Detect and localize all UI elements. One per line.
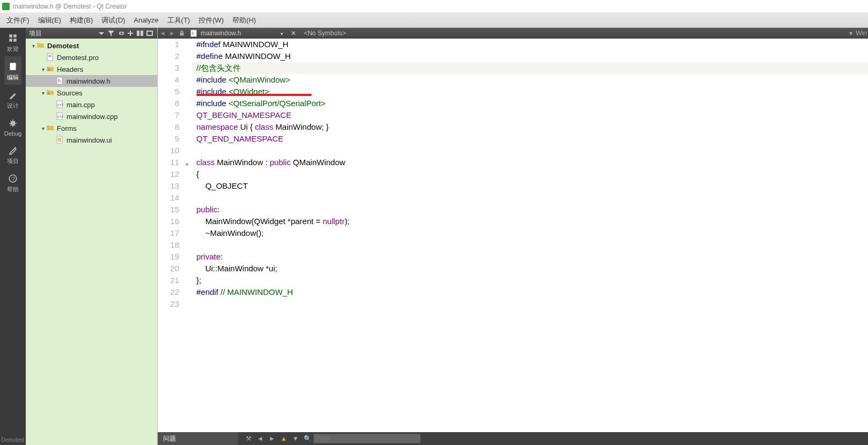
prev-issue-icon[interactable]: ◄ <box>254 433 266 444</box>
tree-item-label: mainwindow.cpp <box>67 113 117 121</box>
menu-item[interactable]: 构建(B) <box>65 13 97 28</box>
menu-item[interactable]: 帮助(H) <box>228 13 260 28</box>
svg-rect-10 <box>48 56 52 57</box>
menu-item[interactable]: Analyze <box>129 13 163 28</box>
svg-text:h: h <box>58 78 61 84</box>
code-line[interactable]: #define MAINWINDOW_H <box>192 50 868 62</box>
svg-rect-2 <box>9 39 12 42</box>
editor-tab-close-icon[interactable]: ✕ <box>288 29 299 37</box>
problems-label[interactable]: 问题 <box>158 432 238 445</box>
project-panel-title: 项目 <box>29 29 96 38</box>
mode-项目[interactable]: 项目 <box>4 140 21 168</box>
next-issue-icon[interactable]: ► <box>266 433 278 444</box>
svg-text:h: h <box>192 31 194 36</box>
add-icon[interactable] <box>126 29 135 38</box>
code-line[interactable]: #endif // MAINWINDOW_H <box>192 286 868 298</box>
code-line[interactable]: Ui::MainWindow *ui; <box>192 263 868 275</box>
code-line[interactable]: #include <QMainWindow> <box>192 74 868 86</box>
code-line[interactable]: namespace Ui { class MainWindow; } <box>192 121 868 133</box>
tree-item[interactable]: ▾Demotest <box>26 40 157 51</box>
tree-item-label: Demotest.pro <box>57 54 99 62</box>
mode-帮助[interactable]: ?帮助 <box>4 168 21 197</box>
line-ending-label[interactable]: Win <box>855 29 868 37</box>
svg-rect-4 <box>10 63 16 70</box>
tree-item[interactable]: mainwindow.ui <box>26 134 157 146</box>
menu-item[interactable]: 工具(T) <box>163 13 195 28</box>
code-line[interactable] <box>192 145 868 157</box>
code-editor[interactable]: 1234567891011121314151617181920212223 ▾ … <box>158 39 868 432</box>
mode-设计[interactable]: 设计 <box>4 85 21 113</box>
code-line[interactable]: QT_END_NAMESPACE <box>192 133 868 145</box>
encoding-dropdown-icon[interactable]: ▾ <box>847 29 855 37</box>
code-line[interactable]: MainWindow(QWidget *parent = nullptr); <box>192 216 868 227</box>
filter-icon[interactable] <box>107 29 115 38</box>
svg-rect-9 <box>48 55 52 56</box>
svg-text:c++: c++ <box>57 103 64 107</box>
code-line[interactable]: QT_BEGIN_NAMESPACE <box>192 109 868 121</box>
nav-back-icon[interactable]: ◄ <box>158 29 167 37</box>
filter-toggle-icon[interactable]: ▼ <box>290 433 301 444</box>
symbol-selector[interactable]: <No Symbols> <box>299 29 346 37</box>
editor-tab[interactable]: h mainwindow.h <box>187 29 275 37</box>
code-line[interactable]: ~MainWindow(); <box>192 227 868 239</box>
editor-area: ◄ ► h mainwindow.h ✕ <No Symbols> ▾ Win … <box>158 28 868 445</box>
window-titlebar: mainwindow.h @ Demotest - Qt Creator <box>0 0 868 13</box>
menu-item[interactable]: 调试(D) <box>97 13 129 28</box>
tree-item[interactable]: hmainwindow.h <box>26 75 157 87</box>
code-line[interactable]: //包含头文件 <box>192 62 868 74</box>
build-icon[interactable]: ⚒ <box>242 433 254 444</box>
tree-item[interactable]: ▾cSources <box>26 87 157 99</box>
svg-text:h: h <box>48 67 50 72</box>
mode-编辑[interactable]: 编辑 <box>4 56 21 85</box>
editor-tabbar: ◄ ► h mainwindow.h ✕ <No Symbols> ▾ Win <box>158 28 868 39</box>
mode-Debug[interactable]: Debug <box>4 113 21 140</box>
svg-rect-0 <box>9 34 12 38</box>
search-icon: 🔍 <box>301 433 313 444</box>
code-line[interactable] <box>192 298 868 310</box>
nav-fwd-icon[interactable]: ► <box>167 29 177 37</box>
tree-item[interactable]: c++main.cpp <box>26 99 157 110</box>
app-icon <box>2 3 10 10</box>
link-icon[interactable] <box>116 29 125 38</box>
menu-item[interactable]: 编辑(E) <box>34 13 65 28</box>
problems-filter-input[interactable] <box>313 434 421 443</box>
chevron-down-icon[interactable] <box>97 29 106 38</box>
fold-icon[interactable]: ▾ <box>186 159 188 170</box>
code-line[interactable]: private: <box>192 251 868 263</box>
project-tree[interactable]: ▾DemotestDemotest.pro▾hHeadershmainwindo… <box>26 39 157 445</box>
menu-bar: 文件(F)编辑(E)构建(B)调试(D)Analyze工具(T)控件(W)帮助(… <box>0 13 868 28</box>
mode-欢迎[interactable]: 欢迎 <box>4 28 21 56</box>
svg-rect-3 <box>13 39 17 42</box>
tree-item-label: main.cpp <box>67 101 95 109</box>
tree-item[interactable]: ▾Forms <box>26 122 157 134</box>
tree-item[interactable]: c++mainwindow.cpp <box>26 110 157 122</box>
code-line[interactable]: #ifndef MAINWINDOW_H <box>192 39 868 50</box>
tree-item[interactable]: ▾hHeaders <box>26 63 157 75</box>
code-line[interactable]: }; <box>192 275 868 286</box>
line-number-gutter: 1234567891011121314151617181920212223 <box>158 39 185 432</box>
window-title: mainwindow.h @ Demotest - Qt Creator <box>13 3 127 10</box>
code-line[interactable] <box>192 192 868 204</box>
editor-tab-dropdown[interactable] <box>275 29 288 37</box>
code-line[interactable]: Q_OBJECT <box>192 180 868 192</box>
code-line[interactable]: { <box>192 168 868 180</box>
menu-item[interactable]: 文件(F) <box>2 13 34 28</box>
code-line[interactable]: #include <QtSerialPort/QSerialPort> <box>192 98 868 109</box>
svg-text:c: c <box>48 91 50 95</box>
mode-bar: 欢迎编辑设计Debug项目?帮助 Demotest <box>0 28 26 445</box>
warning-icon[interactable]: ▲ <box>278 433 290 444</box>
split-icon[interactable] <box>136 29 144 38</box>
tree-item-label: Headers <box>57 65 83 73</box>
code-line[interactable]: class MainWindow : public QMainWindow <box>192 157 868 168</box>
tree-item-label: Forms <box>57 124 77 132</box>
svg-rect-20 <box>58 138 61 142</box>
editor-tab-filename: mainwindow.h <box>198 29 273 37</box>
tree-item-label: Demotest <box>47 42 79 50</box>
tree-item[interactable]: Demotest.pro <box>26 51 157 63</box>
code-line[interactable] <box>192 239 868 251</box>
close-panel-icon[interactable] <box>145 29 154 38</box>
svg-rect-1 <box>13 34 17 38</box>
menu-item[interactable]: 控件(W) <box>194 13 228 28</box>
lock-icon[interactable] <box>178 29 186 37</box>
code-line[interactable]: public: <box>192 204 868 216</box>
